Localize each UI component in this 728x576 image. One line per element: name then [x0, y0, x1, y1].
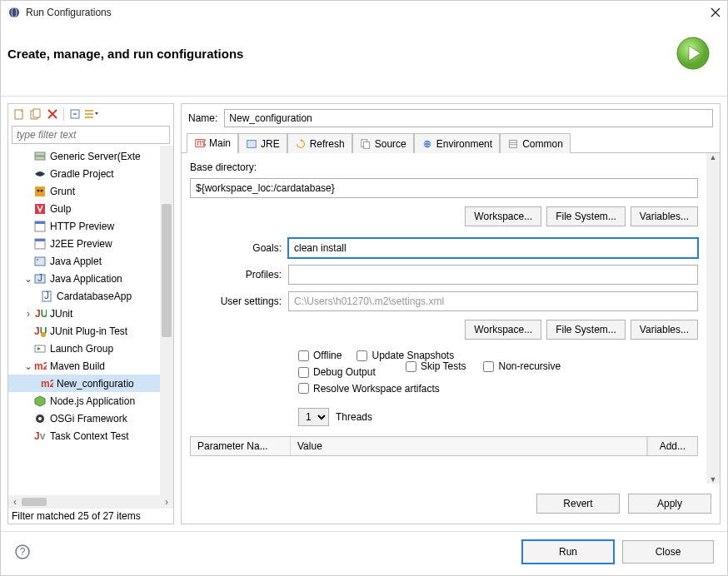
- run-button[interactable]: Run: [522, 540, 614, 564]
- goals-label: Goals:: [190, 242, 282, 254]
- svg-rect-9: [85, 117, 93, 118]
- param-value-column[interactable]: Value: [291, 437, 647, 455]
- common-tab-icon: [507, 138, 519, 150]
- tree-item-label: Gradle Project: [50, 168, 114, 180]
- threads-select[interactable]: 1: [298, 408, 329, 426]
- tab-environment[interactable]: Environment: [414, 133, 500, 153]
- tree-item-maven-build[interactable]: ⌄m2Maven Build: [8, 357, 160, 375]
- content-vertical-scrollbar[interactable]: ▲▼: [706, 153, 720, 484]
- tree-horizontal-scrollbar[interactable]: ‹›: [8, 495, 173, 509]
- workspace-button[interactable]: Workspace...: [465, 206, 541, 226]
- param-name-column[interactable]: Parameter Na...: [191, 437, 291, 455]
- tree-item-label: JUnit Plug-in Test: [50, 325, 127, 337]
- tree-item-label: Java Application: [50, 273, 122, 285]
- svg-point-34: [38, 417, 42, 420]
- applet-icon: [33, 255, 47, 268]
- filter-dropdown-icon[interactable]: [84, 107, 99, 122]
- tree-item-osgi-framework[interactable]: OSGi Framework: [8, 410, 160, 427]
- tree-item-task-context-test[interactable]: JvTask Context Test: [8, 427, 160, 444]
- svg-rect-10: [35, 152, 45, 156]
- junit-plugin-icon: JU: [33, 325, 47, 338]
- tab-label: Environment: [436, 138, 492, 150]
- config-tree[interactable]: Generic Server(ExteGradle ProjectGruntGu…: [8, 146, 160, 495]
- svg-point-21: [37, 259, 38, 261]
- svg-rect-12: [35, 186, 45, 196]
- tree-item-cardatabaseapp[interactable]: JCardatabaseApp: [8, 287, 160, 305]
- workspace-button-2[interactable]: Workspace...: [465, 320, 541, 340]
- non-recursive-checkbox[interactable]: Non-recursive: [483, 360, 561, 372]
- grunt-icon: [33, 185, 47, 198]
- tree-item-gradle-project[interactable]: Gradle Project: [8, 165, 160, 182]
- launch-group-icon: [33, 342, 47, 355]
- help-icon[interactable]: ?: [14, 544, 31, 560]
- tree-item-http-preview[interactable]: HTTP Preview: [8, 217, 160, 235]
- tree-item-label: Launch Group: [50, 343, 113, 355]
- tree-item-generic-server-exte[interactable]: Generic Server(Exte: [8, 147, 160, 165]
- tab-common[interactable]: Common: [500, 133, 571, 153]
- base-dir-input[interactable]: [190, 178, 698, 198]
- add-parameter-button[interactable]: Add...: [647, 437, 697, 455]
- task-icon: Jv: [33, 430, 47, 443]
- server-icon: [33, 150, 47, 163]
- tree-item-j2ee-preview[interactable]: J2EE Preview: [8, 235, 160, 252]
- apply-button[interactable]: Apply: [628, 494, 711, 514]
- name-label: Name:: [188, 112, 217, 124]
- svg-point-13: [37, 189, 40, 191]
- close-button[interactable]: Close: [622, 540, 714, 564]
- user-settings-label: User settings:: [190, 295, 282, 307]
- tree-item-new-configuratio[interactable]: m2New_configuratio: [8, 375, 160, 392]
- svg-rect-38: [247, 140, 257, 147]
- tab-jre[interactable]: JRE: [238, 133, 287, 153]
- variables-button[interactable]: Variables...: [631, 206, 698, 226]
- close-icon[interactable]: [711, 7, 721, 17]
- window-title: Run Configurations: [26, 7, 711, 18]
- threads-label: Threads: [336, 411, 372, 423]
- duplicate-config-icon[interactable]: [28, 107, 43, 122]
- name-input[interactable]: [224, 109, 713, 127]
- tab-label: JRE: [261, 138, 280, 150]
- tree-item-java-application[interactable]: ⌄JJava Application: [8, 270, 160, 287]
- tree-item-junit-plug-in-test[interactable]: JUJUnit Plug-in Test: [8, 322, 160, 340]
- revert-button[interactable]: Revert: [536, 494, 620, 514]
- svg-point-14: [41, 189, 43, 191]
- tab-label: Source: [375, 138, 406, 150]
- collapse-all-icon[interactable]: [67, 107, 82, 122]
- osgi-icon: [33, 412, 47, 425]
- svg-rect-8: [85, 113, 93, 115]
- filter-input[interactable]: [12, 126, 170, 144]
- delete-config-icon[interactable]: [45, 107, 60, 122]
- resolve-workspace-checkbox[interactable]: Resolve Workspace artifacts: [298, 377, 698, 400]
- svg-text:Jv: Jv: [34, 430, 46, 442]
- variables-button-2[interactable]: Variables...: [631, 320, 698, 340]
- tree-item-launch-group[interactable]: Launch Group: [8, 340, 160, 357]
- profiles-label: Profiles:: [190, 269, 282, 281]
- tab-source[interactable]: Source: [352, 133, 414, 153]
- update-snapshots-checkbox[interactable]: Update Snapshots: [357, 350, 454, 361]
- svg-text:m2: m2: [41, 378, 53, 390]
- tab-refresh[interactable]: Refresh: [287, 133, 352, 153]
- profiles-input[interactable]: [288, 265, 698, 285]
- svg-rect-17: [35, 221, 45, 224]
- tree-item-grunt[interactable]: Grunt: [8, 182, 160, 200]
- tree-item-java-applet[interactable]: Java Applet: [8, 252, 160, 270]
- tree-item-gulp[interactable]: Gulp: [8, 200, 160, 217]
- user-settings-input[interactable]: [288, 291, 698, 311]
- run-big-icon: [676, 36, 711, 71]
- filesystem-button-2[interactable]: File System...: [546, 320, 626, 340]
- offline-checkbox[interactable]: Offline: [298, 350, 342, 361]
- tab-label: Main: [209, 137, 231, 149]
- tree-vertical-scrollbar[interactable]: [160, 146, 173, 495]
- svg-rect-40: [363, 142, 369, 148]
- twisty-icon: ⌄: [23, 273, 33, 285]
- tab-main[interactable]: m2Main: [187, 133, 238, 153]
- toolbar-separator: [63, 107, 64, 121]
- tree-item-label: Maven Build: [50, 360, 105, 372]
- tree-item-label: JUnit: [50, 308, 72, 320]
- svg-rect-11: [35, 156, 45, 160]
- tree-item-node-js-application[interactable]: Node.js Application: [8, 392, 160, 410]
- tree-item-junit[interactable]: ›JUJUnit: [8, 305, 160, 322]
- filesystem-button[interactable]: File System...: [546, 206, 626, 226]
- skip-tests-checkbox[interactable]: Skip Tests: [406, 360, 466, 372]
- goals-input[interactable]: [288, 238, 698, 258]
- new-config-icon[interactable]: [12, 107, 27, 122]
